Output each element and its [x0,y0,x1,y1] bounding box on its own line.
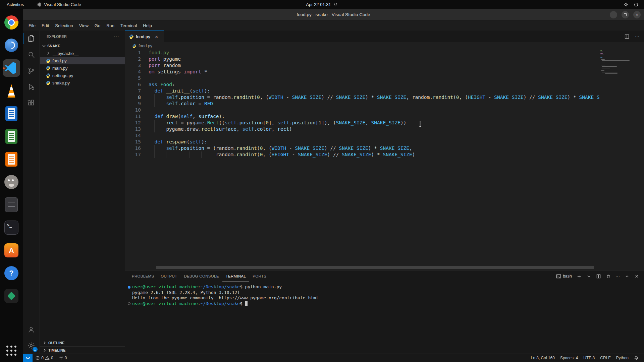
remote-indicator[interactable]: >< [23,354,33,362]
activitybar-search[interactable] [23,47,40,63]
tab-close-icon[interactable]: × [153,34,160,40]
panel-tab-output[interactable]: OUTPUT [157,270,180,282]
line-number[interactable]: 6 [125,81,141,88]
launch-profile-chevron-icon[interactable] [586,274,591,279]
code-line-6[interactable]: 6class Food: [125,81,644,88]
explorer-item--pycache-[interactable]: __pycache__ [40,50,125,57]
panel-tab-terminal[interactable]: TERMINAL [222,270,250,282]
panel-tab-problems[interactable]: PROBLEMS [128,270,157,282]
terminal-profile[interactable]: bash [556,274,572,279]
minimize-button[interactable]: – [610,11,617,18]
line-number[interactable]: 4 [125,69,141,75]
split-editor-icon[interactable] [624,34,630,39]
clock-menu[interactable]: Apr 22 01:31 [306,2,338,7]
line-number[interactable]: 7 [125,88,141,94]
line-number[interactable]: 2 [125,56,141,62]
line-number[interactable]: 13 [125,126,141,132]
ports-forwarded[interactable]: 0 [56,354,70,362]
code-line-10[interactable]: 10 [125,107,644,113]
dock-libreoffice-calc[interactable] [3,128,20,145]
code-line-14[interactable]: 14 [125,132,644,139]
code-line-8[interactable]: 8 self.position = random.randint(0, (WID… [125,94,644,101]
line-number[interactable]: 5 [125,75,141,81]
explorer-item-food-py[interactable]: food.py [40,57,125,64]
dock-terminal[interactable] [3,219,20,236]
notifications[interactable] [631,354,641,362]
code-line-5[interactable]: 5 [125,75,644,81]
explorer-item-snake-py[interactable]: snake.py [40,79,125,86]
explorer-item-main-py[interactable]: main.py [40,64,125,72]
language-mode[interactable]: Python [613,354,631,362]
dock-ubuntu-software[interactable]: A [3,242,20,259]
activitybar-explorer[interactable] [23,31,40,47]
code-line-2[interactable]: 2import pygame [125,56,644,62]
activitybar-source-control[interactable] [23,63,40,79]
horizontal-scrollbar[interactable] [156,266,594,269]
dock-chrome[interactable] [3,14,20,31]
line-number[interactable]: 3 [125,62,141,69]
explorer-item-settings-py[interactable]: settings.py [40,72,125,79]
line-number[interactable]: 14 [125,132,141,139]
menu-view[interactable]: View [76,22,92,29]
dock-show-applications[interactable] [3,342,20,359]
menu-terminal[interactable]: Terminal [117,22,140,29]
terminal-line-1[interactable]: user@user-virtual-machine:~/Desktop/snak… [132,284,641,290]
activitybar-settings[interactable]: 1 [23,338,40,354]
code-line-1[interactable]: 1# food.py [125,50,644,56]
line-number[interactable]: 15 [125,139,141,145]
menu-help[interactable]: Help [140,22,155,29]
line-number[interactable]: 8 [125,94,141,101]
line-number[interactable]: 17 [125,152,141,158]
system-status-area[interactable] [624,2,639,7]
indentation[interactable]: Spaces: 4 [557,354,581,362]
problems[interactable]: 00 [33,354,56,362]
dock-help[interactable]: ? [3,264,20,282]
line-number[interactable]: 12 [125,120,141,126]
code-line-17[interactable]: 17 random.randint(0, (HEIGHT - SNAKE_SIZ… [125,152,644,158]
line-number[interactable]: 16 [125,145,141,152]
maximize-button[interactable] [622,11,629,18]
eol[interactable]: CRLF [597,354,613,362]
dock-libreoffice-writer[interactable] [3,105,20,122]
dock-gimp[interactable] [3,173,20,191]
encoding[interactable]: UTF-8 [581,354,597,362]
menu-run[interactable]: Run [103,22,117,29]
more-actions-icon[interactable]: ··· [635,34,639,39]
code-line-16[interactable]: 16 self.position = (random.randint(0, (W… [125,145,644,152]
breadcrumb[interactable]: food.py [125,42,644,50]
line-number[interactable]: 11 [125,113,141,120]
code-line-4[interactable]: 4from settings import * [125,69,644,75]
timeline-section[interactable]: TIMELINE [40,346,125,354]
menu-selection[interactable]: Selection [52,22,76,29]
dock-vlc[interactable] [3,82,20,100]
menu-file[interactable]: File [25,22,39,29]
close-button[interactable]: × [633,11,641,18]
tab-food-py[interactable]: food.py × [125,31,164,42]
menu-edit[interactable]: Edit [39,22,52,29]
panel-tab-debug-console[interactable]: DEBUG CONSOLE [180,270,222,282]
line-number[interactable]: 1 [125,50,141,56]
minimap[interactable] [600,50,635,270]
cursor-position[interactable]: Ln 8, Col 160 [528,354,557,362]
window-titlebar[interactable]: food.py - snake - Visual Studio Code – × [23,9,644,20]
line-number[interactable]: 9 [125,101,141,107]
code-line-7[interactable]: 7 def __init__(self): [125,88,644,94]
terminal-line-4[interactable]: user@user-virtual-machine:~/Desktop/snak… [132,301,641,307]
code-editor[interactable]: 1# food.py2import pygame3import random4f… [125,50,644,270]
outline-section[interactable]: OUTLINE [40,339,125,346]
panel-tab-ports[interactable]: PORTS [249,270,270,282]
dock-file-manager[interactable] [3,196,20,214]
new-terminal-icon[interactable] [577,274,582,279]
dock-software-updater[interactable] [3,37,20,54]
split-terminal-icon[interactable] [596,274,601,279]
kill-terminal-icon[interactable] [606,274,611,279]
close-panel-icon[interactable] [634,274,639,279]
menu-go[interactable]: Go [92,22,103,29]
code-line-3[interactable]: 3import random [125,62,644,69]
dock-snap-store[interactable] [3,287,20,305]
panel-more-actions-icon[interactable]: ··· [615,274,620,279]
code-line-11[interactable]: 11 def draw(self, surface): [125,113,644,120]
focused-app-menu[interactable]: Visual Studio Code [37,2,81,7]
activitybar-account[interactable] [23,321,40,338]
explorer-root-folder[interactable]: SNAKE [40,42,125,50]
